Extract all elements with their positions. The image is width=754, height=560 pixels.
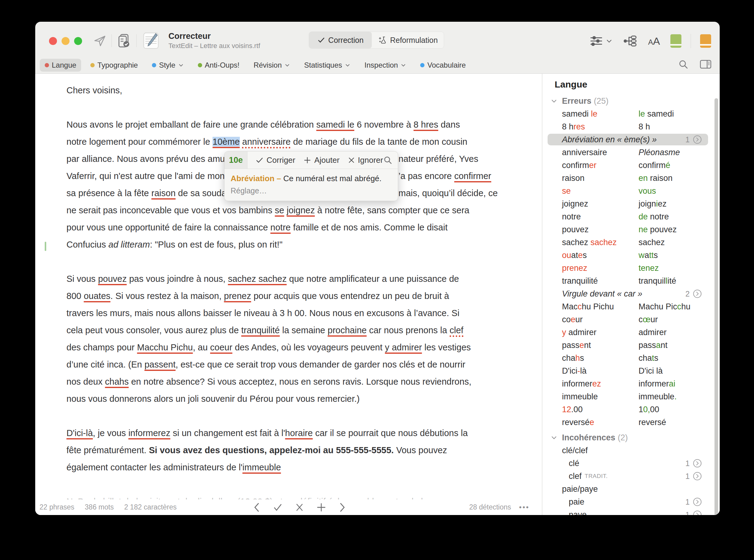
sidebar-scrollbar[interactable]: [715, 98, 718, 515]
error-correction-row[interactable]: reverséereversé: [542, 416, 720, 429]
occurrence-count[interactable]: 1: [685, 510, 702, 515]
send-icon[interactable]: [93, 34, 107, 47]
occurrence-count[interactable]: 1: [685, 497, 702, 506]
flagged-word[interactable]: horaire: [285, 428, 313, 438]
inconsistency-variant-row[interactable]: clefTRADIT.1: [542, 470, 720, 483]
sidebar-toggle-button[interactable]: [699, 59, 712, 69]
orange-guide-icon[interactable]: [700, 34, 711, 48]
tab-inspection[interactable]: Inspection: [360, 59, 411, 72]
add-to-dictionary-button[interactable]: [316, 502, 326, 512]
flagged-word[interactable]: samedi le: [316, 120, 354, 129]
error-correction-row[interactable]: D'ici-làD'ici là: [542, 364, 720, 377]
flagged-word[interactable]: prenez: [224, 291, 251, 301]
flagged-word[interactable]: clef: [449, 325, 463, 335]
collapse-chevron-icon[interactable]: [550, 98, 557, 104]
corriger-button[interactable]: Corriger: [255, 156, 295, 165]
correction-segment[interactable]: Correction: [309, 32, 372, 48]
error-correction-row[interactable]: confirmerconfirmé: [542, 159, 720, 172]
document-view[interactable]: Chers voisins,Nous avons le projet embal…: [35, 74, 542, 499]
error-correction-row[interactable]: passentpassant: [542, 339, 720, 352]
error-correction-row[interactable]: sachez sachezsachez: [542, 236, 720, 249]
textedit-app-icon[interactable]: [141, 31, 160, 50]
next-detection-button[interactable]: [339, 502, 346, 513]
inconsistency-variant-row[interactable]: clé1: [542, 457, 720, 470]
close-window-button[interactable]: [49, 37, 57, 45]
lookup-button[interactable]: [383, 156, 392, 165]
error-correction-row[interactable]: samedi lele samedi: [542, 107, 720, 120]
error-correction-row[interactable]: coeurcœur: [542, 313, 720, 326]
reformulation-segment[interactable]: Reformulation: [372, 32, 444, 48]
occurrence-count[interactable]: 1: [685, 459, 702, 468]
section-header-erreurs[interactable]: Erreurs(25): [542, 95, 720, 107]
flagged-word[interactable]: pouvez: [98, 274, 127, 284]
copy-corrections-icon[interactable]: [117, 33, 131, 49]
tab-langue[interactable]: Langue: [40, 59, 81, 72]
reject-button[interactable]: [295, 503, 304, 512]
tab-style[interactable]: Style: [147, 59, 188, 72]
flagged-word[interactable]: sachez sachez: [228, 274, 287, 284]
green-dictionary-icon[interactable]: [671, 34, 681, 48]
error-correction-row[interactable]: notrede notre: [542, 210, 720, 223]
tab-anti-oups-[interactable]: Anti-Oups!: [193, 59, 245, 72]
error-correction-row[interactable]: immeubleimmeuble.: [542, 390, 720, 403]
search-button[interactable]: [678, 59, 689, 69]
error-correction-row[interactable]: 12.0010,00: [542, 403, 720, 416]
hierarchy-view-button[interactable]: [623, 34, 638, 48]
flagged-word[interactable]: notre: [270, 222, 291, 232]
error-correction-row[interactable]: 8 hres8 h: [542, 120, 720, 133]
flagged-word[interactable]: raison: [151, 188, 175, 198]
error-correction-row[interactable]: informerezinformerai: [542, 377, 720, 390]
flagged-word[interactable]: y admirer: [385, 342, 422, 352]
flagged-word[interactable]: Macchu Pichu: [137, 342, 193, 352]
go-to-detection-icon[interactable]: [693, 459, 702, 468]
flagged-word[interactable]: chahs: [105, 377, 129, 386]
error-correction-row[interactable]: Macchu PichuMachu Picchu: [542, 300, 720, 313]
occurrence-count[interactable]: 1: [685, 472, 702, 481]
text-size-button[interactable]: AA: [648, 35, 660, 47]
rule-row-selected[interactable]: Abréviation en « ème(s) »1: [542, 133, 720, 146]
flagged-word[interactable]: D'ici-là: [66, 428, 93, 438]
error-correction-row[interactable]: y admireradmirer: [542, 326, 720, 339]
flagged-word[interactable]: anniversaire: [242, 137, 291, 146]
zoom-window-button[interactable]: [74, 37, 82, 45]
ajouter-button[interactable]: Ajouter: [303, 156, 339, 165]
go-to-detection-icon[interactable]: [693, 472, 702, 481]
reglage-link[interactable]: Réglage…: [231, 186, 392, 195]
flagged-word[interactable]: informerez: [128, 428, 170, 438]
flagged-word[interactable]: prochaine: [328, 325, 367, 335]
tab-statistiques[interactable]: Statistiques: [299, 59, 355, 72]
flagged-word[interactable]: 8 hres: [413, 120, 438, 129]
section-header-incohérences[interactable]: Incohérences(2): [542, 431, 720, 444]
occurrence-count[interactable]: 1: [685, 135, 702, 144]
suggestion-value[interactable]: 10e: [225, 152, 248, 168]
inconsistency-variant-row[interactable]: paye1: [542, 508, 720, 515]
flagged-word[interactable]: se: [275, 205, 284, 215]
go-to-detection-icon[interactable]: [693, 135, 702, 144]
more-options-button[interactable]: •••: [519, 503, 529, 512]
error-correction-row[interactable]: anniversairePléonasme: [542, 146, 720, 159]
tab-r-vision[interactable]: Révision: [249, 59, 295, 72]
inconsistency-group-row[interactable]: paie/paye: [542, 483, 720, 496]
error-correction-row[interactable]: tranquilitétranquillité: [542, 275, 720, 287]
error-correction-row[interactable]: joignezjoigniez: [542, 197, 720, 210]
filter-settings-button[interactable]: [589, 35, 613, 47]
error-correction-row[interactable]: raisonen raison: [542, 172, 720, 184]
previous-detection-button[interactable]: [253, 502, 260, 513]
error-correction-row[interactable]: sevous: [542, 184, 720, 197]
go-to-detection-icon[interactable]: [693, 497, 702, 506]
flagged-word[interactable]: tranquilité: [241, 325, 280, 335]
go-to-detection-icon[interactable]: [693, 510, 702, 515]
flagged-word[interactable]: passent: [144, 360, 176, 369]
flagged-word[interactable]: 10ème: [213, 137, 240, 146]
approve-button[interactable]: [273, 502, 283, 512]
tab-typographie[interactable]: Typographie: [85, 59, 143, 72]
go-to-detection-icon[interactable]: [693, 289, 702, 298]
collapse-chevron-icon[interactable]: [550, 434, 557, 441]
flagged-word[interactable]: joignez: [287, 205, 315, 215]
flagged-word[interactable]: ouates: [83, 291, 110, 301]
flagged-word[interactable]: confirmer: [454, 171, 491, 181]
tab-vocabulaire[interactable]: Vocabulaire: [415, 59, 470, 72]
error-correction-row[interactable]: chahschats: [542, 352, 720, 364]
flagged-word[interactable]: immeuble: [243, 462, 281, 472]
minimize-window-button[interactable]: [61, 37, 70, 45]
